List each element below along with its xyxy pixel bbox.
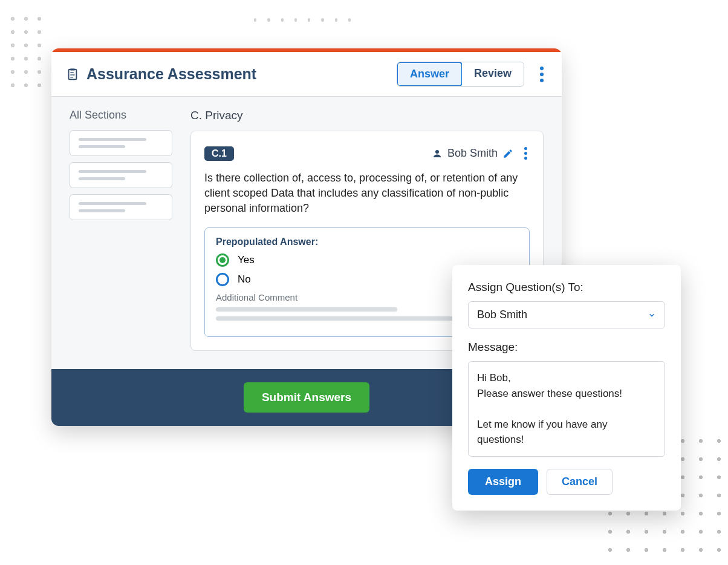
submit-button[interactable]: Submit Answers [244, 382, 369, 413]
assignee-select-value: Bob Smith [477, 309, 527, 321]
popup-buttons: Assign Cancel [468, 469, 665, 495]
section-item[interactable] [70, 162, 172, 188]
decorative-dots [254, 18, 351, 24]
message-label: Message: [468, 341, 665, 354]
assignee-display: Bob Smith [432, 147, 513, 160]
svg-rect-0 [69, 69, 77, 79]
section-heading: C. Privacy [190, 109, 544, 122]
placeholder-bar [216, 307, 397, 312]
assign-button[interactable]: Assign [468, 469, 538, 495]
question-id-badge: C.1 [204, 146, 234, 161]
tab-review[interactable]: Review [462, 62, 524, 86]
decorative-dots [6, 12, 48, 97]
svg-rect-1 [70, 68, 74, 70]
sidebar-title: All Sections [70, 109, 172, 122]
radio-yes-icon [216, 253, 229, 267]
sections-sidebar: All Sections [70, 109, 172, 351]
assignee-name: Bob Smith [447, 147, 498, 160]
cancel-button[interactable]: Cancel [547, 469, 613, 495]
message-textarea[interactable]: Hi Bob, Please answer these questions! L… [468, 361, 665, 457]
radio-no-label: No [238, 273, 251, 286]
question-more-icon[interactable] [522, 145, 530, 162]
radio-yes-label: Yes [238, 254, 255, 266]
chevron-down-icon [648, 311, 656, 319]
person-icon [432, 148, 443, 159]
answer-label: Prepopulated Answer: [216, 237, 518, 247]
section-item[interactable] [70, 194, 172, 220]
modal-header: Assurance Assessment Answer Review [51, 52, 562, 97]
question-header: C.1 Bob Smith [204, 145, 530, 162]
view-tabs: Answer Review [397, 62, 524, 87]
question-text: Is there collection of, access to, proce… [204, 171, 530, 217]
radio-no-icon [216, 273, 229, 286]
page-title: Assurance Assessment [86, 65, 397, 83]
tab-answer[interactable]: Answer [397, 62, 463, 87]
section-item[interactable] [70, 130, 172, 156]
edit-icon[interactable] [502, 148, 513, 159]
more-menu-icon[interactable] [536, 63, 547, 86]
assign-popup: Assign Question(s) To: Bob Smith Message… [452, 265, 681, 511]
svg-point-5 [435, 150, 439, 154]
clipboard-icon [66, 67, 79, 82]
assignee-select[interactable]: Bob Smith [468, 301, 665, 328]
assign-to-label: Assign Question(s) To: [468, 281, 665, 294]
